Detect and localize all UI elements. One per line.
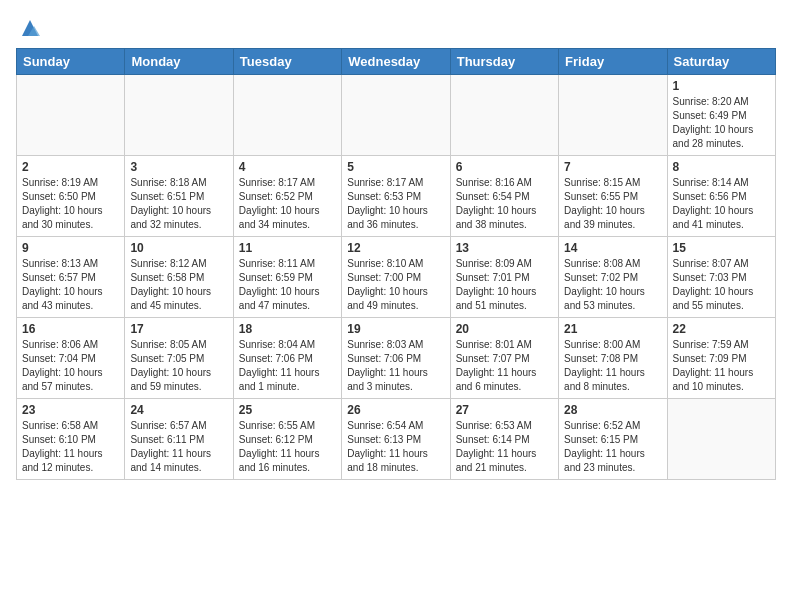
calendar-cell: 6Sunrise: 8:16 AM Sunset: 6:54 PM Daylig… [450,156,558,237]
day-number: 10 [130,241,227,255]
day-of-week-header: Wednesday [342,49,450,75]
calendar-cell: 19Sunrise: 8:03 AM Sunset: 7:06 PM Dayli… [342,318,450,399]
logo-icon [18,16,42,40]
day-number: 18 [239,322,336,336]
day-info: Sunrise: 8:05 AM Sunset: 7:05 PM Dayligh… [130,338,227,394]
day-info: Sunrise: 8:09 AM Sunset: 7:01 PM Dayligh… [456,257,553,313]
calendar-cell: 9Sunrise: 8:13 AM Sunset: 6:57 PM Daylig… [17,237,125,318]
day-info: Sunrise: 8:04 AM Sunset: 7:06 PM Dayligh… [239,338,336,394]
calendar-week-row: 9Sunrise: 8:13 AM Sunset: 6:57 PM Daylig… [17,237,776,318]
day-info: Sunrise: 8:10 AM Sunset: 7:00 PM Dayligh… [347,257,444,313]
calendar-cell: 26Sunrise: 6:54 AM Sunset: 6:13 PM Dayli… [342,399,450,480]
day-info: Sunrise: 8:18 AM Sunset: 6:51 PM Dayligh… [130,176,227,232]
day-number: 17 [130,322,227,336]
day-info: Sunrise: 6:54 AM Sunset: 6:13 PM Dayligh… [347,419,444,475]
day-number: 1 [673,79,770,93]
calendar-cell: 4Sunrise: 8:17 AM Sunset: 6:52 PM Daylig… [233,156,341,237]
calendar-header-row: SundayMondayTuesdayWednesdayThursdayFrid… [17,49,776,75]
calendar-cell: 12Sunrise: 8:10 AM Sunset: 7:00 PM Dayli… [342,237,450,318]
calendar-cell: 3Sunrise: 8:18 AM Sunset: 6:51 PM Daylig… [125,156,233,237]
day-number: 11 [239,241,336,255]
calendar-week-row: 23Sunrise: 6:58 AM Sunset: 6:10 PM Dayli… [17,399,776,480]
calendar-cell: 16Sunrise: 8:06 AM Sunset: 7:04 PM Dayli… [17,318,125,399]
day-number: 14 [564,241,661,255]
day-number: 21 [564,322,661,336]
day-number: 23 [22,403,119,417]
day-info: Sunrise: 8:01 AM Sunset: 7:07 PM Dayligh… [456,338,553,394]
day-of-week-header: Saturday [667,49,775,75]
calendar-cell: 23Sunrise: 6:58 AM Sunset: 6:10 PM Dayli… [17,399,125,480]
day-info: Sunrise: 8:20 AM Sunset: 6:49 PM Dayligh… [673,95,770,151]
calendar-cell: 1Sunrise: 8:20 AM Sunset: 6:49 PM Daylig… [667,75,775,156]
logo [16,16,42,40]
day-info: Sunrise: 6:57 AM Sunset: 6:11 PM Dayligh… [130,419,227,475]
day-number: 5 [347,160,444,174]
calendar-cell: 10Sunrise: 8:12 AM Sunset: 6:58 PM Dayli… [125,237,233,318]
calendar-cell: 11Sunrise: 8:11 AM Sunset: 6:59 PM Dayli… [233,237,341,318]
day-of-week-header: Tuesday [233,49,341,75]
day-info: Sunrise: 8:17 AM Sunset: 6:52 PM Dayligh… [239,176,336,232]
day-number: 24 [130,403,227,417]
day-info: Sunrise: 8:19 AM Sunset: 6:50 PM Dayligh… [22,176,119,232]
day-info: Sunrise: 8:08 AM Sunset: 7:02 PM Dayligh… [564,257,661,313]
calendar-cell [450,75,558,156]
day-info: Sunrise: 8:14 AM Sunset: 6:56 PM Dayligh… [673,176,770,232]
day-info: Sunrise: 6:58 AM Sunset: 6:10 PM Dayligh… [22,419,119,475]
calendar-cell: 18Sunrise: 8:04 AM Sunset: 7:06 PM Dayli… [233,318,341,399]
day-number: 25 [239,403,336,417]
day-number: 12 [347,241,444,255]
calendar-cell: 25Sunrise: 6:55 AM Sunset: 6:12 PM Dayli… [233,399,341,480]
day-of-week-header: Sunday [17,49,125,75]
calendar-cell: 15Sunrise: 8:07 AM Sunset: 7:03 PM Dayli… [667,237,775,318]
calendar-cell [342,75,450,156]
calendar-cell: 22Sunrise: 7:59 AM Sunset: 7:09 PM Dayli… [667,318,775,399]
day-number: 15 [673,241,770,255]
day-info: Sunrise: 8:17 AM Sunset: 6:53 PM Dayligh… [347,176,444,232]
day-info: Sunrise: 8:13 AM Sunset: 6:57 PM Dayligh… [22,257,119,313]
calendar-cell: 14Sunrise: 8:08 AM Sunset: 7:02 PM Dayli… [559,237,667,318]
day-number: 19 [347,322,444,336]
calendar-cell: 7Sunrise: 8:15 AM Sunset: 6:55 PM Daylig… [559,156,667,237]
day-info: Sunrise: 6:52 AM Sunset: 6:15 PM Dayligh… [564,419,661,475]
calendar-cell [233,75,341,156]
day-number: 20 [456,322,553,336]
day-number: 22 [673,322,770,336]
calendar-cell: 24Sunrise: 6:57 AM Sunset: 6:11 PM Dayli… [125,399,233,480]
day-info: Sunrise: 7:59 AM Sunset: 7:09 PM Dayligh… [673,338,770,394]
calendar-cell: 28Sunrise: 6:52 AM Sunset: 6:15 PM Dayli… [559,399,667,480]
day-info: Sunrise: 8:07 AM Sunset: 7:03 PM Dayligh… [673,257,770,313]
day-number: 2 [22,160,119,174]
day-number: 3 [130,160,227,174]
day-of-week-header: Friday [559,49,667,75]
day-number: 6 [456,160,553,174]
calendar-cell: 5Sunrise: 8:17 AM Sunset: 6:53 PM Daylig… [342,156,450,237]
day-info: Sunrise: 8:11 AM Sunset: 6:59 PM Dayligh… [239,257,336,313]
calendar-cell: 13Sunrise: 8:09 AM Sunset: 7:01 PM Dayli… [450,237,558,318]
calendar-week-row: 2Sunrise: 8:19 AM Sunset: 6:50 PM Daylig… [17,156,776,237]
calendar-week-row: 1Sunrise: 8:20 AM Sunset: 6:49 PM Daylig… [17,75,776,156]
day-number: 8 [673,160,770,174]
calendar-cell [125,75,233,156]
day-info: Sunrise: 6:55 AM Sunset: 6:12 PM Dayligh… [239,419,336,475]
day-info: Sunrise: 8:16 AM Sunset: 6:54 PM Dayligh… [456,176,553,232]
day-number: 27 [456,403,553,417]
day-number: 26 [347,403,444,417]
day-of-week-header: Thursday [450,49,558,75]
day-info: Sunrise: 8:00 AM Sunset: 7:08 PM Dayligh… [564,338,661,394]
calendar-cell: 27Sunrise: 6:53 AM Sunset: 6:14 PM Dayli… [450,399,558,480]
calendar-week-row: 16Sunrise: 8:06 AM Sunset: 7:04 PM Dayli… [17,318,776,399]
day-number: 16 [22,322,119,336]
calendar-cell [667,399,775,480]
calendar-cell: 2Sunrise: 8:19 AM Sunset: 6:50 PM Daylig… [17,156,125,237]
calendar-cell: 21Sunrise: 8:00 AM Sunset: 7:08 PM Dayli… [559,318,667,399]
day-number: 4 [239,160,336,174]
day-number: 13 [456,241,553,255]
day-number: 7 [564,160,661,174]
calendar-cell: 8Sunrise: 8:14 AM Sunset: 6:56 PM Daylig… [667,156,775,237]
day-number: 9 [22,241,119,255]
calendar-table: SundayMondayTuesdayWednesdayThursdayFrid… [16,48,776,480]
calendar-cell [559,75,667,156]
page-header [16,16,776,40]
day-number: 28 [564,403,661,417]
calendar-cell [17,75,125,156]
